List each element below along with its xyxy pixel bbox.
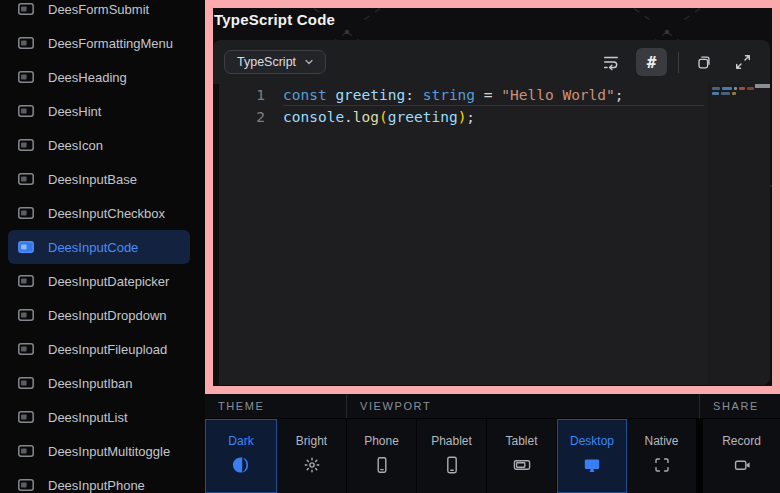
sidebar-item-DeesInputDropdown[interactable]: DeesInputDropdown — [0, 298, 205, 332]
component-icon — [18, 275, 34, 287]
language-select[interactable]: TypeScript — [224, 50, 326, 74]
button-label: Record — [722, 434, 761, 448]
sidebar-item-DeesInputCheckbox[interactable]: DeesInputCheckbox — [0, 196, 205, 230]
minimap-line-2 — [712, 92, 738, 95]
record-button[interactable]: Record — [703, 419, 780, 493]
button-label: Dark — [228, 434, 253, 448]
component-icon — [18, 411, 34, 423]
component-icon — [18, 37, 34, 49]
sidebar-item-label: DeesIcon — [48, 138, 103, 153]
sidebar-item-DeesInputPhone[interactable]: DeesInputPhone — [0, 468, 205, 493]
code-editor[interactable]: 1const greeting: string = "Hello World";… — [213, 84, 770, 385]
phablet-button[interactable]: Phablet — [417, 419, 487, 493]
chevron-down-icon — [303, 56, 315, 68]
button-label: Phablet — [431, 434, 472, 448]
language-select-value: TypeScript — [237, 55, 296, 69]
desktop-button[interactable]: Desktop — [557, 419, 627, 493]
toolbar-divider — [678, 52, 679, 73]
sidebar-item-DeesFormattingMenu[interactable]: DeesFormattingMenu — [0, 26, 205, 60]
environment-bar: THEMEVIEWPORTSHARE DarkBrightPhonePhable… — [205, 394, 780, 493]
main-area: TypeScript Code TypeScript — [205, 0, 780, 493]
sidebar-item-DeesInputDatepicker[interactable]: DeesInputDatepicker — [0, 264, 205, 298]
scrollbar-slider[interactable] — [755, 84, 770, 88]
component-icon — [18, 207, 34, 219]
copy-icon — [695, 53, 713, 71]
copy-button[interactable] — [690, 48, 718, 76]
code-line-1: 1const greeting: string = "Hello World"; — [219, 84, 770, 106]
sidebar-item-label: DeesInputMultitoggle — [48, 444, 170, 459]
sidebar-item-label: DeesInputFileupload — [48, 342, 167, 357]
component-list: DeesFormSubmitDeesFormattingMenuDeesHead… — [0, 0, 205, 493]
component-icon — [18, 139, 34, 151]
component-icon — [18, 241, 34, 253]
environment-bar-buttons: DarkBrightPhonePhabletTabletDesktopNativ… — [205, 419, 780, 493]
editor-tools: # — [597, 48, 757, 76]
button-label: Desktop — [570, 434, 614, 448]
story-canvas: TypeScript Code TypeScript — [213, 8, 772, 386]
sidebar-item-DeesHeading[interactable]: DeesHeading — [0, 60, 205, 94]
component-icon — [18, 173, 34, 185]
sidebar-item-DeesInputCode[interactable]: DeesInputCode — [8, 230, 190, 264]
sidebar-item-label: DeesInputDatepicker — [48, 274, 169, 289]
component-icon — [18, 445, 34, 457]
sidebar-item-DeesInputList[interactable]: DeesInputList — [0, 400, 205, 434]
expand-icon — [734, 53, 752, 71]
phone-button[interactable]: Phone — [347, 419, 417, 493]
phablet-icon — [442, 455, 462, 475]
word-wrap-button[interactable] — [597, 48, 625, 76]
line-number: 1 — [219, 84, 265, 106]
group-header-viewport: VIEWPORT — [347, 394, 700, 418]
sidebar-item-DeesHint[interactable]: DeesHint — [0, 94, 205, 128]
button-label: Bright — [296, 434, 327, 448]
sidebar-item-label: DeesFormSubmit — [48, 2, 149, 17]
sidebar-item-label: DeesHeading — [48, 70, 127, 85]
hash-icon: # — [647, 53, 657, 72]
story-highlight-frame: TypeScript Code TypeScript — [205, 0, 780, 394]
component-sidebar: DeesFormSubmitDeesFormattingMenuDeesHead… — [0, 0, 205, 493]
environment-bar-headers: THEMEVIEWPORTSHARE — [205, 394, 780, 419]
bright-button[interactable]: Bright — [277, 419, 347, 493]
line-number: 2 — [219, 106, 265, 128]
dark-button[interactable]: Dark — [205, 419, 277, 493]
tablet-icon — [512, 455, 532, 475]
sidebar-item-label: DeesInputDropdown — [48, 308, 167, 323]
moon-icon — [231, 455, 251, 475]
story-title: TypeScript Code — [214, 11, 335, 28]
sidebar-item-label: DeesInputList — [48, 410, 128, 425]
button-label: Native — [644, 434, 678, 448]
native-button[interactable]: Native — [627, 419, 697, 493]
sidebar-item-DeesInputBase[interactable]: DeesInputBase — [0, 162, 205, 196]
component-icon — [18, 343, 34, 355]
component-icon — [18, 377, 34, 389]
sun-icon — [302, 455, 322, 475]
button-label: Tablet — [505, 434, 537, 448]
sidebar-item-DeesInputMultitoggle[interactable]: DeesInputMultitoggle — [0, 434, 205, 468]
code-line-2: 2console.log(greeting); — [219, 106, 770, 128]
native-icon — [652, 455, 672, 475]
sidebar-item-label: DeesInputPhone — [48, 478, 145, 493]
app-window: DeesFormSubmitDeesFormattingMenuDeesHead… — [0, 0, 780, 493]
code-panel-toolbar: TypeScript — [213, 40, 770, 84]
desktop-icon — [582, 455, 602, 475]
tablet-button[interactable]: Tablet — [487, 419, 557, 493]
minimap[interactable] — [708, 84, 770, 385]
component-icon — [18, 309, 34, 321]
sidebar-item-label: DeesHint — [48, 104, 101, 119]
sidebar-item-label: DeesFormattingMenu — [48, 36, 173, 51]
code-text: const greeting: string = "Hello World"; — [283, 84, 704, 106]
component-icon — [18, 3, 34, 15]
sidebar-item-DeesIcon[interactable]: DeesIcon — [0, 128, 205, 162]
sidebar-item-DeesInputFileupload[interactable]: DeesInputFileupload — [0, 332, 205, 366]
line-numbers-button[interactable]: # — [636, 48, 667, 76]
code-panel: TypeScript — [213, 40, 770, 385]
group-header-theme: THEME — [205, 394, 347, 418]
expand-button[interactable] — [729, 48, 757, 76]
word-wrap-icon — [602, 53, 620, 71]
sidebar-item-DeesInputIban[interactable]: DeesInputIban — [0, 366, 205, 400]
button-label: Phone — [364, 434, 399, 448]
sidebar-item-label: DeesInputIban — [48, 376, 133, 391]
component-icon — [18, 105, 34, 117]
sidebar-item-DeesFormSubmit[interactable]: DeesFormSubmit — [0, 0, 205, 26]
sidebar-item-label: DeesInputBase — [48, 172, 137, 187]
phone-icon — [372, 455, 392, 475]
